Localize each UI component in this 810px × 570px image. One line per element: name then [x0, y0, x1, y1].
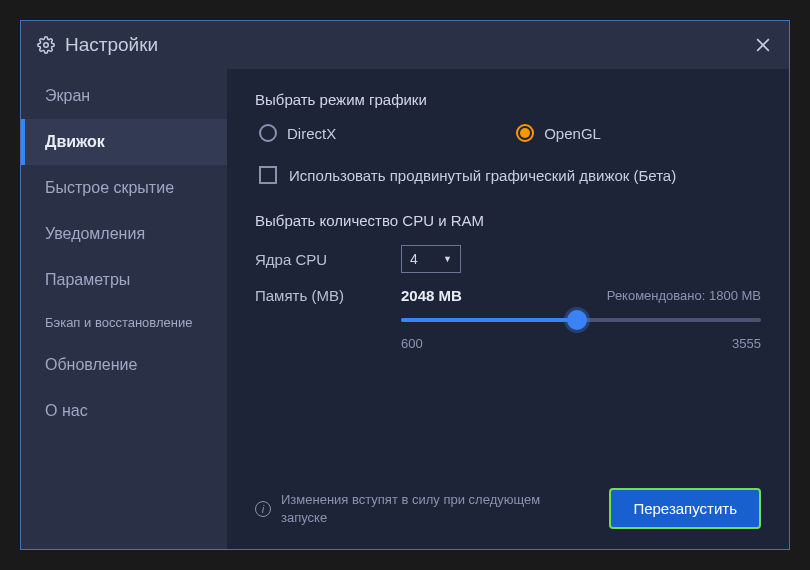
sidebar-item-about[interactable]: О нас: [21, 388, 227, 434]
slider-min-label: 600: [401, 336, 423, 351]
checkbox-icon: [259, 166, 277, 184]
titlebar: Настройки: [21, 21, 789, 69]
cpu-select[interactable]: 4 ▼: [401, 245, 461, 273]
graphics-mode-title: Выбрать режим графики: [255, 91, 761, 108]
radio-label: OpenGL: [544, 125, 601, 142]
sidebar-item-label: Движок: [45, 133, 105, 150]
radio-label: DirectX: [287, 125, 336, 142]
graphics-radio-group: DirectX OpenGL: [255, 124, 761, 142]
settings-window: Настройки Экран Движок Быстрое скрытие У…: [20, 20, 790, 550]
sidebar-item-engine[interactable]: Движок: [21, 119, 227, 165]
memory-recommended: Рекомендовано: 1800 MB: [607, 288, 761, 303]
sidebar-item-label: Экран: [45, 87, 90, 104]
cpu-ram-title: Выбрать количество CPU и RAM: [255, 212, 761, 229]
close-icon[interactable]: [753, 35, 773, 55]
svg-point-0: [44, 43, 49, 48]
restart-button[interactable]: Перезапустить: [609, 488, 761, 529]
sidebar-item-parameters[interactable]: Параметры: [21, 257, 227, 303]
checkbox-label: Использовать продвинутый графический дви…: [289, 167, 676, 184]
slider-thumb[interactable]: [567, 310, 587, 330]
memory-slider[interactable]: [401, 318, 761, 322]
sidebar-item-label: Параметры: [45, 271, 130, 288]
memory-slider-container: 600 3555: [401, 318, 761, 351]
body: Экран Движок Быстрое скрытие Уведомления…: [21, 69, 789, 549]
sidebar-item-screen[interactable]: Экран: [21, 73, 227, 119]
radio-icon: [516, 124, 534, 142]
sidebar-item-label: О нас: [45, 402, 88, 419]
memory-row: Память (MB) 2048 MB Рекомендовано: 1800 …: [255, 287, 761, 304]
gear-icon: [37, 36, 55, 54]
chevron-down-icon: ▼: [443, 254, 452, 264]
sidebar-item-backup[interactable]: Бэкап и восстановление: [21, 303, 227, 342]
slider-max-label: 3555: [732, 336, 761, 351]
radio-directx[interactable]: DirectX: [259, 124, 336, 142]
sidebar-item-label: Быстрое скрытие: [45, 179, 174, 196]
slider-fill: [401, 318, 577, 322]
cpu-value: 4: [410, 251, 418, 267]
radio-icon: [259, 124, 277, 142]
sidebar-item-notifications[interactable]: Уведомления: [21, 211, 227, 257]
sidebar: Экран Движок Быстрое скрытие Уведомления…: [21, 69, 227, 549]
cpu-row: Ядра CPU 4 ▼: [255, 245, 761, 273]
advanced-engine-checkbox[interactable]: Использовать продвинутый графический дви…: [255, 166, 761, 184]
info-text: Изменения вступят в силу при следующем з…: [281, 491, 571, 526]
footer: i Изменения вступят в силу при следующем…: [255, 488, 761, 529]
info-icon: i: [255, 501, 271, 517]
main-panel: Выбрать режим графики DirectX OpenGL Исп…: [227, 69, 789, 549]
sidebar-item-label: Уведомления: [45, 225, 145, 242]
radio-opengl[interactable]: OpenGL: [516, 124, 601, 142]
memory-value: 2048 MB: [401, 287, 462, 304]
sidebar-item-update[interactable]: Обновление: [21, 342, 227, 388]
sidebar-item-quick-hide[interactable]: Быстрое скрытие: [21, 165, 227, 211]
memory-label: Память (MB): [255, 287, 401, 304]
sidebar-item-label: Обновление: [45, 356, 137, 373]
window-title: Настройки: [65, 34, 158, 56]
cpu-label: Ядра CPU: [255, 251, 401, 268]
slider-labels: 600 3555: [401, 336, 761, 351]
sidebar-item-label: Бэкап и восстановление: [45, 315, 192, 330]
